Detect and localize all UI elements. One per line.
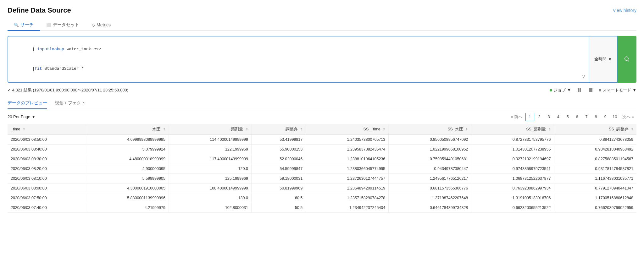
view-history-link[interactable]: View history (613, 8, 636, 13)
results-count: ✓ 4,321 結果 (1970/01/01 9:00:00.000〜2020/… (8, 87, 128, 93)
search-area: | inputlookup water_tank.csv |fit Standa… (8, 36, 636, 83)
job-dropdown[interactable]: ジョブ ▼ (550, 87, 571, 93)
sort-icon-ss-suiatsu: ⇕ (465, 128, 468, 131)
page-num-6[interactable]: 6 (573, 113, 581, 121)
cell-2-ss_suiatsu: 0.7598594491050681 (389, 154, 471, 164)
tab-search[interactable]: 🔍 サーチ (8, 19, 40, 31)
cell-6-_time: 2020/06/03 07:50:00 (8, 193, 86, 203)
page-num-1[interactable]: 1 (525, 113, 534, 121)
cell-4-ss_yakuzairyo: 1.0687312522637877 (471, 173, 554, 183)
expand-button[interactable]: ∨ (582, 74, 586, 80)
cell-6-chosetsuben: 60.5 (251, 193, 306, 203)
cell-2-ss_yakuzairyo: 0.9272132199194697 (471, 154, 554, 164)
cell-2-ss_time: 1.2388101964105236 (306, 154, 389, 164)
cell-3-ss_yakuzairyo: 0.9743858979723541 (471, 164, 554, 173)
cell-7-ss_chosetsuben: 0.7662039799022959 (554, 203, 636, 212)
cell-4-suiatsu: 5.599999905 (86, 173, 169, 183)
col-header-chosetsuben[interactable]: 調整弁 ⇕ (251, 124, 306, 135)
cell-7-ss_yakuzairyo: 0.6623203655213522 (471, 203, 554, 212)
search-input-wrapper[interactable]: | inputlookup water_tank.csv |fit Standa… (8, 36, 589, 83)
time-dropdown[interactable]: 全時間 ▼ (589, 36, 618, 83)
page-num-5[interactable]: 5 (563, 113, 572, 121)
cell-2-chosetsuben: 52.02000046 (251, 154, 306, 164)
smart-mode-arrow: ▼ (632, 88, 636, 92)
pagination-prev-button[interactable]: « 前へ (508, 113, 525, 121)
cell-3-_time: 2020/06/03 08:20:00 (8, 164, 86, 173)
svg-rect-1 (580, 88, 581, 92)
svg-rect-0 (578, 88, 579, 92)
page-container: Define Data Source View history 🔍 サーチ ⬜ … (0, 0, 644, 280)
pagination-next-button[interactable]: 次へ » (620, 113, 636, 121)
search-icon: 🔍 (14, 23, 19, 27)
page-title: Define Data Source (8, 6, 71, 14)
pagination: « 前へ 1 2 3 4 5 6 7 8 9 10 次へ » (508, 113, 636, 121)
cell-0-ss_chosetsuben: 0.88412743678059 (554, 135, 636, 144)
results-count-text: 4,321 結果 (1970/01/01 9:00:00.000〜2020/07… (12, 88, 128, 92)
sort-icon-chosetsuben: ⇕ (300, 128, 303, 131)
col-header-ss-yakuzairyo[interactable]: SS_薬剤量 ⇕ (471, 124, 554, 135)
cell-3-ss_chosetsuben: 0.9317814784587821 (554, 164, 636, 173)
smart-mode-label: スマートモード (602, 87, 631, 93)
cell-1-ss_chosetsuben: 0.9842818040968492 (554, 144, 636, 154)
col-header-ss-time[interactable]: SS__time ⇕ (306, 124, 389, 135)
cell-2-yakuzairyo: 117.40000149999999 (169, 154, 251, 164)
col-header-ss-suiatsu[interactable]: SS_水圧 ⇕ (389, 124, 471, 135)
smart-mode-dropdown[interactable]: スマートモード ▼ (599, 87, 636, 93)
table-row: 2020/06/03 08:10:005.599999905125.199996… (8, 173, 636, 183)
cell-7-ss_time: 1.234942237245404 (306, 203, 389, 212)
page-num-7[interactable]: 7 (582, 113, 591, 121)
col-header-ss-chosetsuben[interactable]: SS_調整弁 ⇕ (554, 124, 636, 135)
cell-4-_time: 2020/06/03 08:10:00 (8, 173, 86, 183)
col-header-time[interactable]: _time ⇕ (8, 124, 86, 135)
per-page-label: 20 Per Page (8, 114, 30, 119)
cell-5-ss_yakuzairyo: 0.7639230862997934 (471, 183, 554, 193)
sort-icon-time: ⇕ (23, 128, 25, 131)
page-num-2[interactable]: 2 (535, 113, 544, 121)
stop-button[interactable] (587, 87, 594, 93)
tab-metrics[interactable]: ◇ Metrics (86, 20, 117, 30)
page-num-4[interactable]: 4 (554, 113, 563, 121)
cell-4-chosetsuben: 59.18000031 (251, 173, 306, 183)
cell-7-ss_suiatsu: 0.6461784399734328 (389, 203, 471, 212)
tab-search-label: サーチ (20, 22, 34, 28)
page-num-10[interactable]: 10 (610, 113, 619, 121)
cell-6-yakuzairyo: 139.0 (169, 193, 251, 203)
col-header-suiatsu[interactable]: 水圧 ⇕ (86, 124, 169, 135)
cell-5-ss_suiatsu: 0.6811573565366776 (389, 183, 471, 193)
page-num-9[interactable]: 9 (601, 113, 610, 121)
table-controls: 20 Per Page ▼ « 前へ 1 2 3 4 5 6 7 8 9 10 … (8, 113, 636, 121)
page-num-3[interactable]: 3 (544, 113, 553, 121)
cell-0-ss_suiatsu: 0.8560508956747092 (389, 135, 471, 144)
sort-icon-ss-yakuzairyo: ⇕ (548, 128, 551, 131)
cell-6-ss_time: 1.2357158290784278 (306, 193, 389, 203)
sub-tab-data-preview[interactable]: データのプレビュー (8, 98, 47, 109)
cell-0-suiatsu: 4.6999998089999995 (86, 135, 169, 144)
cell-2-_time: 2020/06/03 08:30:00 (8, 154, 86, 164)
tabs-row: 🔍 サーチ ⬜ データセット ◇ Metrics (8, 19, 636, 31)
cell-0-ss_yakuzairyo: 0.8727831753795776 (471, 135, 554, 144)
col-header-yakuzairyo[interactable]: 薬剤量 ⇕ (169, 124, 251, 135)
search-input-content: | inputlookup water_tank.csv |fit Standa… (13, 40, 584, 79)
search-button[interactable] (618, 36, 636, 83)
tab-dataset[interactable]: ⬜ データセット (40, 19, 86, 31)
results-info: ✓ 4,321 結果 (1970/01/01 9:00:00.000〜2020/… (8, 87, 636, 93)
sort-icon-yakuzairyo: ⇕ (246, 128, 248, 131)
cell-4-ss_time: 1.2372630127444757 (306, 173, 389, 183)
table-row: 2020/06/03 08:50:004.6999998089999995114… (8, 135, 636, 144)
cell-3-chosetsuben: 54.59999847 (251, 164, 306, 173)
page-num-8[interactable]: 8 (591, 113, 600, 121)
table-row: 2020/06/03 07:40:004.21999979102.8000031… (8, 203, 636, 212)
cell-4-yakuzairyo: 125.1999969 (169, 173, 251, 183)
job-status-dot (550, 89, 552, 91)
cell-0-yakuzairyo: 114.40000149999999 (169, 135, 251, 144)
table-header-row: _time ⇕ 水圧 ⇕ 薬剤量 ⇕ 調整弁 ⇕ SS__time ⇕ (8, 124, 636, 135)
sub-tab-data-preview-label: データのプレビュー (8, 100, 47, 105)
per-page-dropdown[interactable]: 20 Per Page ▼ (8, 114, 36, 119)
sort-icon-suiatsu: ⇕ (163, 128, 165, 131)
pause-button[interactable] (576, 87, 582, 93)
sub-tab-visual-effects[interactable]: 視覚エフェクト (55, 98, 86, 109)
sort-icon-ss-chosetsuben: ⇕ (631, 128, 633, 131)
table-row: 2020/06/03 08:30:004.480000018999999117.… (8, 154, 636, 164)
cell-5-yakuzairyo: 108.40000149999999 (169, 183, 251, 193)
table-row: 2020/06/03 07:50:005.8800001139999996139… (8, 193, 636, 203)
